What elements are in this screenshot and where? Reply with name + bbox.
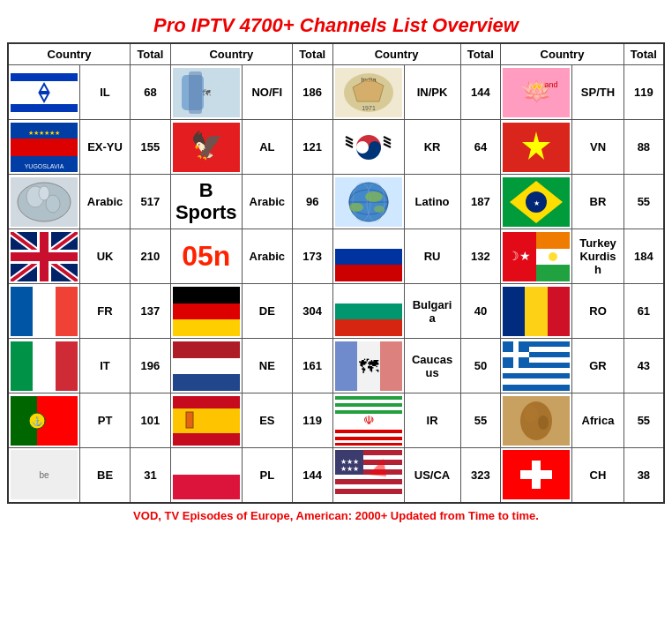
flag-it [11, 341, 78, 391]
total-cell-2-3: 55 [623, 175, 664, 229]
total-cell-4-3: 61 [623, 284, 664, 339]
total-cell-3-1: 173 [292, 229, 332, 284]
svg-text:🗺: 🗺 [359, 356, 379, 378]
table-row: beBE31 PL144 ★★★ ★★★ US/CA323 [8, 448, 664, 503]
header-country-4: Country [501, 43, 624, 65]
code-cell-5-2: Caucasus [404, 339, 460, 393]
flag-cell-5-0 [8, 339, 80, 393]
flag-cell-3-2 [332, 229, 404, 284]
flag-inpk: India 1971 [335, 68, 402, 117]
code-cell-0-2: IN/PK [404, 65, 460, 120]
code-cell-6-0: PT [80, 393, 131, 448]
svg-rect-75 [173, 319, 240, 336]
page-title: Pro IPTV 4700+ Channels List Overview [7, 7, 665, 42]
code-cell-2-1: Arabic [242, 175, 292, 229]
flag-arabic [11, 177, 78, 227]
flag-gr [503, 341, 570, 391]
flag-es [173, 396, 240, 446]
svg-rect-66 [536, 232, 570, 249]
total-cell-0-3: 119 [623, 65, 664, 120]
header-total-3: Total [460, 43, 501, 65]
svg-text:★★★★★★: ★★★★★★ [28, 130, 60, 136]
svg-point-130 [538, 416, 549, 430]
svg-text:⚓: ⚓ [32, 416, 43, 427]
svg-rect-70 [11, 287, 33, 336]
svg-rect-124 [335, 437, 402, 440]
svg-rect-81 [548, 287, 570, 336]
svg-text:★★★: ★★★ [340, 465, 358, 473]
svg-rect-111 [173, 408, 240, 433]
flag-cell-6-0: ⚓ [8, 393, 80, 448]
svg-rect-143 [335, 494, 402, 499]
svg-rect-78 [335, 319, 402, 336]
svg-point-46 [365, 191, 383, 202]
flag-cell-4-2 [332, 284, 404, 339]
svg-rect-112 [173, 433, 240, 446]
bsports-text: BSports [173, 180, 240, 222]
svg-rect-9 [189, 71, 202, 114]
flag-cell-0-1: 🗺 [170, 65, 242, 120]
svg-rect-86 [173, 358, 240, 374]
flag-cell-2-2 [332, 175, 404, 229]
flag-cell-1-0: YUGOSLAVIA ★★★★★★ [8, 120, 80, 175]
svg-text:and: and [545, 80, 558, 89]
total-cell-5-1: 161 [292, 339, 332, 393]
svg-rect-84 [56, 341, 78, 391]
svg-text:★: ★ [534, 199, 540, 207]
svg-text:🦅: 🦅 [190, 130, 223, 161]
flag-ch [503, 450, 570, 499]
code-cell-0-1: NO/FI [242, 65, 292, 120]
flag-cell-4-1 [170, 284, 242, 339]
total-cell-4-0: 137 [131, 284, 171, 339]
code-cell-3-0: UK [80, 229, 131, 284]
flag-cell-5-1 [170, 339, 242, 393]
flag-cell-5-2: 🗺 [332, 339, 404, 393]
total-cell-0-0: 68 [131, 65, 171, 120]
svg-rect-77 [335, 304, 402, 319]
total-cell-7-2: 323 [460, 448, 501, 503]
total-cell-1-1: 121 [292, 120, 332, 175]
header-total-4: Total [623, 43, 664, 65]
flag-exyu: YUGOSLAVIA ★★★★★★ [11, 123, 78, 172]
code-cell-0-0: IL [80, 65, 131, 120]
svg-rect-110 [173, 396, 240, 408]
flag-globe [335, 177, 402, 227]
svg-rect-100 [503, 373, 570, 378]
code-cell-2-3: BR [572, 175, 624, 229]
total-cell-3-0: 210 [131, 229, 171, 284]
total-cell-6-0: 101 [131, 393, 171, 448]
svg-point-38 [39, 186, 49, 200]
code-cell-7-3: CH [572, 448, 624, 503]
code-cell-7-1: PL [242, 448, 292, 503]
code-cell-5-0: IT [80, 339, 131, 393]
svg-rect-113 [186, 412, 193, 428]
code-cell-7-0: BE [80, 448, 131, 503]
code-cell-6-1: ES [242, 393, 292, 448]
total-cell-5-3: 43 [623, 339, 664, 393]
total-cell-7-3: 38 [623, 448, 664, 503]
code-cell-1-0: EX-YU [80, 120, 131, 175]
svg-rect-82 [11, 341, 33, 391]
code-cell-2-0: Arabic [80, 175, 131, 229]
svg-rect-142 [335, 489, 402, 494]
table-row: YUGOSLAVIA ★★★★★★ EX-YU155 🦅 AL121 KR64 … [8, 120, 664, 175]
svg-rect-85 [173, 341, 240, 358]
flag-ne [173, 341, 240, 391]
svg-rect-61 [335, 232, 402, 249]
code-cell-0-3: SP/TH [572, 65, 624, 120]
code-cell-4-1: DE [242, 284, 292, 339]
svg-text:1971: 1971 [362, 105, 376, 111]
svg-rect-139 [335, 475, 402, 479]
code-cell-5-3: GR [572, 339, 624, 393]
svg-rect-123 [335, 433, 402, 437]
svg-rect-91 [380, 341, 402, 391]
svg-rect-87 [173, 374, 240, 391]
flag-cell-7-3 [501, 448, 572, 503]
total-cell-1-3: 88 [623, 120, 664, 175]
code-cell-1-3: VN [572, 120, 624, 175]
flag-caucasus: 🗺 [335, 341, 402, 391]
svg-rect-71 [33, 287, 56, 336]
total-cell-5-2: 50 [460, 339, 501, 393]
channels-table: Country Total Country Total Country Tota… [7, 42, 665, 504]
page-wrapper: Pro IPTV 4700+ Channels List Overview Co… [0, 0, 672, 533]
